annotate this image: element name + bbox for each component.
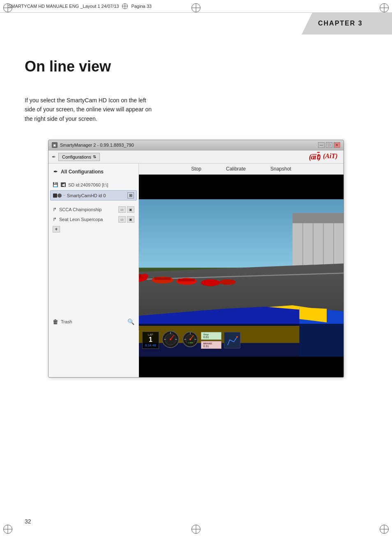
right-panel: Stop Calibrate Snapshot bbox=[139, 164, 344, 377]
sd-arrow-icon: ◀ bbox=[61, 182, 66, 187]
throttle-values: 0.01 bbox=[203, 336, 219, 339]
svg-rect-47 bbox=[226, 334, 240, 348]
session-actions-1: ▭ ▣ bbox=[118, 216, 134, 223]
all-configurations-item[interactable]: All Configurations bbox=[48, 167, 138, 177]
app-screenshot: ▣ SmartyManager 2 - 0.99.1.8893_790 — □ … bbox=[48, 140, 344, 378]
ait-logo-svg: (AiT) bbox=[322, 152, 340, 159]
session-icon-0: ↱ bbox=[53, 207, 57, 212]
lap-number: 1 bbox=[149, 336, 152, 343]
dashboard-overlay: LAP 1 6:14.48 bbox=[139, 324, 344, 357]
rpm-gauge-svg: 1.669 bbox=[182, 331, 198, 348]
toolbar-left: Configurations ⇅ bbox=[52, 153, 100, 161]
configurations-label: Configurations bbox=[62, 154, 91, 159]
page-number: 32 bbox=[25, 518, 31, 525]
sort-icon: ⇅ bbox=[93, 154, 96, 159]
trash-left[interactable]: 🗑 Trash bbox=[53, 318, 72, 325]
left-panel: All Configurations 💾 ◀ SD id:24097060 [I… bbox=[48, 164, 139, 330]
svg-point-44 bbox=[189, 339, 191, 340]
reg-mark-tl bbox=[3, 3, 12, 12]
svg-point-25 bbox=[219, 279, 236, 285]
gps-map-box bbox=[224, 332, 240, 348]
pen-icon bbox=[52, 154, 56, 160]
speed-gauge-svg bbox=[161, 330, 180, 348]
add-session-button[interactable]: + bbox=[53, 226, 60, 233]
section-title: On line view bbox=[25, 58, 367, 75]
snapshot-button[interactable]: Snapshot bbox=[270, 166, 291, 172]
session-item-1[interactable]: ↱ Seat Leon Supercopa ▭ ▣ bbox=[48, 214, 138, 224]
stop-button[interactable]: Stop bbox=[191, 166, 201, 172]
video-area: LAP 1 6:14.48 bbox=[139, 175, 344, 377]
maximize-button[interactable]: □ bbox=[326, 142, 332, 148]
video-toolbar: Stop Calibrate Snapshot bbox=[139, 164, 344, 175]
ait-logo: (āīt̄) (AiT) bbox=[309, 152, 340, 161]
session-icon-1: ↱ bbox=[53, 217, 57, 222]
left-panel-wrapper: All Configurations 💾 ◀ SD id:24097060 [I… bbox=[48, 164, 139, 377]
dots-icon: ··· bbox=[62, 194, 65, 198]
reg-mark-bottom-center bbox=[191, 525, 201, 534]
sd-icon: 💾 bbox=[53, 182, 58, 187]
svg-point-37 bbox=[170, 339, 171, 340]
video-top-black bbox=[139, 175, 344, 199]
svg-rect-5 bbox=[293, 213, 344, 223]
brake-box: BRAKE 0.31 bbox=[201, 341, 221, 349]
reg-mark-top-center bbox=[191, 3, 201, 12]
session-label-1: Seat Leon Supercopa bbox=[59, 217, 103, 222]
reg-mark-bl bbox=[3, 525, 12, 534]
window-title-area: ▣ SmartyManager 2 - 0.99.1.8893_790 bbox=[52, 142, 134, 148]
session-delete-btn-0[interactable]: ▣ bbox=[127, 206, 134, 213]
configurations-button[interactable]: Configurations ⇅ bbox=[58, 153, 100, 161]
smartycam-icon-2 bbox=[58, 194, 62, 198]
session-copy-btn-1[interactable]: ▭ bbox=[118, 216, 126, 223]
speed-gauge bbox=[161, 330, 180, 350]
smartycam-label-area: ··· SmartyCamHD id 0 bbox=[53, 193, 106, 198]
rpm-gauge: 1.669 bbox=[182, 331, 198, 349]
spacer-1 bbox=[48, 177, 138, 180]
close-button[interactable]: ✕ bbox=[334, 142, 340, 148]
smartycam-icon-1 bbox=[53, 194, 57, 198]
throttle-val: 0.01 bbox=[203, 336, 209, 339]
video-main: LAP 1 6:14.48 bbox=[139, 199, 344, 357]
brake-val: 0.31 bbox=[203, 345, 219, 348]
smartycam-item[interactable]: ··· SmartyCamHD id 0 ⊞ bbox=[50, 190, 137, 201]
minimize-button[interactable]: — bbox=[318, 142, 325, 148]
calibrate-button[interactable]: Calibrate bbox=[226, 166, 246, 172]
window-body: All Configurations 💾 ◀ SD id:24097060 [I… bbox=[48, 164, 344, 377]
svg-point-19 bbox=[141, 274, 148, 278]
lap-label: LAP bbox=[148, 333, 153, 336]
session-delete-btn-1[interactable]: ▣ bbox=[127, 216, 134, 223]
bottom-spacer bbox=[48, 234, 138, 316]
svg-text:1.669: 1.669 bbox=[187, 341, 193, 344]
video-bottom-black bbox=[139, 357, 344, 377]
app-toolbar: Configurations ⇅ (āīt̄) (AiT) bbox=[48, 150, 344, 164]
window-controls[interactable]: — □ ✕ bbox=[318, 142, 340, 148]
add-item: + bbox=[48, 224, 138, 234]
reg-mark-tr bbox=[380, 3, 389, 12]
smartycam-icon-pair: ··· bbox=[53, 194, 65, 198]
svg-rect-21 bbox=[154, 277, 171, 280]
smartycam-config-icon[interactable]: ⊞ bbox=[127, 192, 134, 198]
window-title-text: SmartyManager 2 - 0.99.1.8893_790 bbox=[60, 143, 134, 148]
throttle-brake-area: Stop 0.01 BRAKE 0.31 bbox=[201, 332, 221, 349]
session-copy-btn-0[interactable]: ▭ bbox=[118, 206, 126, 213]
section-description: If you select the SmartyCam HD Icon on t… bbox=[25, 96, 156, 123]
gps-map-svg bbox=[226, 334, 240, 348]
sd-label: SD id:24097060 [I:\] bbox=[68, 182, 108, 187]
smartycam-text: SmartyCamHD id 0 bbox=[67, 193, 106, 198]
svg-point-48 bbox=[236, 336, 238, 338]
trash-icon: 🗑 bbox=[53, 318, 58, 325]
lap-time: 6:14.48 bbox=[145, 343, 156, 347]
session-actions-0: ▭ ▣ bbox=[118, 206, 134, 213]
all-configs-icon bbox=[53, 169, 58, 175]
print-crosshair-icon bbox=[122, 3, 128, 9]
sd-item[interactable]: 💾 ◀ SD id:24097060 [I:\] bbox=[48, 180, 138, 189]
window-app-icon: ▣ bbox=[52, 142, 58, 148]
svg-point-24 bbox=[201, 279, 220, 286]
trash-area: 🗑 Trash 🔍 bbox=[48, 316, 138, 327]
session-item-0[interactable]: ↱ SCCA Championship ▭ ▣ bbox=[48, 205, 138, 214]
all-configurations-label: All Configurations bbox=[61, 169, 104, 175]
trash-label: Trash bbox=[61, 319, 72, 324]
main-content: On line view If you select the SmartyCam… bbox=[0, 13, 392, 402]
window-body-wrapper: All Configurations 💾 ◀ SD id:24097060 [I… bbox=[48, 164, 344, 377]
lap-box: LAP 1 6:14.48 bbox=[142, 332, 159, 349]
reg-mark-br bbox=[380, 525, 389, 534]
